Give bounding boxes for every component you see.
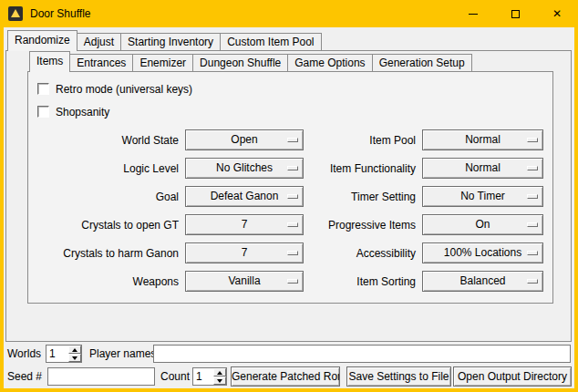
dropdown-indicator-icon: [287, 194, 298, 199]
crystals-open-gt-value: 7: [242, 218, 248, 231]
accessibility-label: Accessibility: [304, 247, 422, 260]
seed-label: Seed #: [7, 367, 42, 386]
dropdown-indicator-icon: [527, 279, 538, 284]
dropdown-indicator-icon: [287, 138, 298, 142]
worlds-up-button[interactable]: [68, 346, 81, 354]
tab-game-options[interactable]: Game Options: [287, 54, 372, 72]
save-settings-button[interactable]: Save Settings to File: [346, 366, 451, 387]
arrow-up-icon: [72, 348, 77, 352]
minimize-button[interactable]: [452, 0, 494, 27]
option-row: Logic Level No Glitches Item Functionali…: [28, 154, 552, 182]
crystals-open-gt-label: Crystals to open GT: [28, 219, 185, 232]
inner-tab-bar: Items Entrances Enemizer Dungeon Shuffle…: [29, 51, 471, 72]
options-grid: World State Open Item Pool Normal Logic …: [28, 126, 552, 295]
world-state-value: Open: [231, 133, 257, 146]
window-controls: ✕: [452, 0, 578, 27]
item-sorting-value: Balanced: [459, 274, 505, 287]
crystals-open-gt-select[interactable]: 7: [185, 214, 304, 235]
count-up-button[interactable]: [213, 368, 226, 377]
worlds-down-button[interactable]: [68, 354, 81, 362]
crystals-harm-ganon-label: Crystals to harm Ganon: [28, 247, 185, 260]
tab-starting-inventory[interactable]: Starting Inventory: [120, 33, 221, 51]
worlds-spinner[interactable]: [46, 345, 82, 363]
dropdown-indicator-icon: [287, 251, 298, 255]
progressive-items-select[interactable]: On: [422, 214, 543, 235]
count-down-button[interactable]: [213, 377, 226, 385]
titlebar: Door Shuffle ✕: [0, 0, 578, 27]
logic-level-select[interactable]: No Glitches: [185, 158, 304, 179]
weapons-select[interactable]: Vanilla: [185, 271, 304, 292]
world-state-label: World State: [28, 134, 185, 147]
item-pool-label: Item Pool: [304, 134, 422, 147]
crystals-harm-ganon-value: 7: [242, 246, 248, 259]
option-row: World State Open Item Pool Normal: [28, 126, 552, 154]
tab-custom-item-pool[interactable]: Custom Item Pool: [220, 33, 321, 51]
timer-setting-select[interactable]: No Timer: [422, 186, 543, 207]
option-row: Goal Defeat Ganon Timer Setting No Timer: [28, 182, 552, 211]
dropdown-indicator-icon: [287, 279, 298, 284]
accessibility-select[interactable]: 100% Locations: [422, 242, 543, 263]
window-title: Door Shuffle: [30, 7, 91, 20]
count-input[interactable]: [193, 368, 213, 385]
open-output-directory-button[interactable]: Open Output Directory: [453, 366, 572, 387]
shopsanity-row: Shopsanity: [28, 100, 552, 123]
shopsanity-label: Shopsanity: [56, 106, 109, 119]
goal-label: Goal: [28, 191, 185, 203]
logic-level-label: Logic Level: [28, 162, 185, 175]
client-area: Randomize Adjust Starting Inventory Cust…: [4, 27, 574, 388]
item-functionality-select[interactable]: Normal: [422, 158, 543, 179]
tab-entrances[interactable]: Entrances: [69, 54, 133, 72]
maximize-icon: [511, 10, 520, 18]
goal-select[interactable]: Defeat Ganon: [185, 186, 304, 207]
dropdown-indicator-icon: [527, 194, 538, 199]
count-spinner[interactable]: [192, 367, 227, 386]
arrow-up-icon: [217, 371, 222, 375]
arrow-down-icon: [217, 379, 222, 383]
count-spinner-buttons: [213, 368, 226, 385]
item-pool-value: Normal: [465, 133, 501, 146]
maximize-button[interactable]: [494, 0, 536, 27]
timer-setting-label: Timer Setting: [304, 191, 422, 203]
retro-mode-checkbox[interactable]: [37, 83, 49, 95]
worlds-input[interactable]: [46, 346, 68, 362]
tab-adjust[interactable]: Adjust: [77, 33, 121, 51]
tab-dungeon-shuffle[interactable]: Dungeon Shuffle: [192, 54, 288, 72]
shopsanity-checkbox[interactable]: [37, 106, 49, 118]
generate-patched-rom-button[interactable]: Generate Patched Rom: [231, 366, 340, 387]
item-sorting-select[interactable]: Balanced: [422, 271, 543, 292]
tab-generation-setup[interactable]: Generation Setup: [372, 54, 472, 72]
tab-enemizer[interactable]: Enemizer: [132, 54, 193, 72]
timer-setting-value: No Timer: [460, 190, 505, 202]
goal-value: Defeat Ganon: [211, 190, 279, 202]
progressive-items-value: On: [475, 218, 490, 231]
item-pool-select[interactable]: Normal: [422, 129, 543, 150]
player-names-label: Player names: [89, 345, 156, 363]
weapons-label: Weapons: [28, 275, 185, 288]
dropdown-indicator-icon: [527, 251, 538, 255]
option-row: Crystals to harm Ganon 7 Accessibility 1…: [28, 239, 552, 267]
app-icon: [8, 6, 23, 21]
close-button[interactable]: ✕: [536, 0, 578, 27]
outer-tab-bar: Randomize Adjust Starting Inventory Cust…: [7, 30, 321, 51]
close-icon: ✕: [552, 8, 562, 19]
minimize-icon: [469, 14, 478, 15]
dropdown-indicator-icon: [287, 166, 298, 170]
world-state-select[interactable]: Open: [185, 129, 304, 150]
player-names-input[interactable]: [153, 345, 571, 363]
dropdown-indicator-icon: [527, 138, 538, 142]
tab-randomize[interactable]: Randomize: [7, 30, 77, 51]
tab-items[interactable]: Items: [29, 51, 70, 72]
weapons-value: Vanilla: [228, 274, 260, 287]
app-window: Door Shuffle ✕ Randomize Adjust Starting…: [0, 0, 578, 392]
dropdown-indicator-icon: [527, 222, 538, 227]
option-row: Crystals to open GT 7 Progressive Items …: [28, 211, 552, 239]
retro-mode-row: Retro mode (universal keys): [28, 77, 552, 100]
item-functionality-label: Item Functionality: [304, 162, 422, 175]
arrow-down-icon: [72, 356, 77, 360]
item-functionality-value: Normal: [465, 161, 501, 174]
option-row: Weapons Vanilla Item Sorting Balanced: [28, 267, 552, 295]
items-tab-pane: Retro mode (universal keys) Shopsanity W…: [27, 71, 553, 304]
crystals-harm-ganon-select[interactable]: 7: [185, 242, 304, 263]
logic-level-value: No Glitches: [216, 161, 273, 174]
seed-input[interactable]: [47, 367, 155, 386]
